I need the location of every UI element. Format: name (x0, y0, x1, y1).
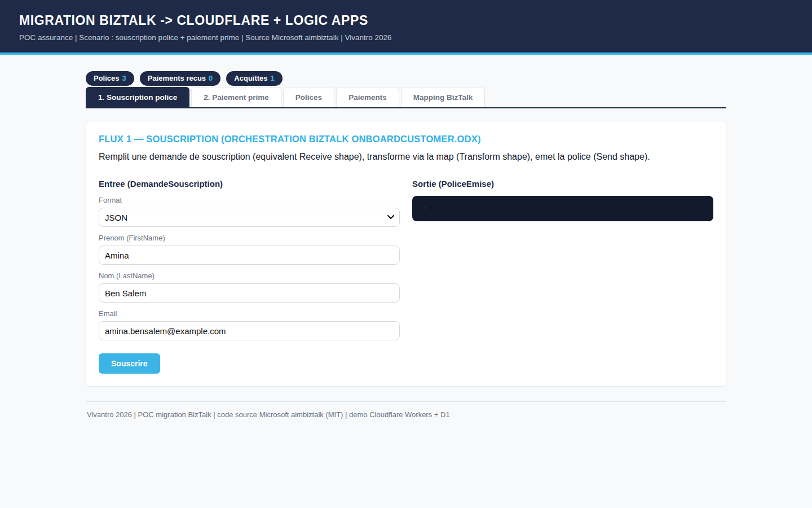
flux-card-description: Remplit une demande de souscription (equ… (99, 152, 713, 162)
lastname-label: Nom (LastName) (99, 271, 400, 280)
tab-paiement-prime[interactable]: 2. Paiement prime (191, 87, 281, 107)
badge-label: Acquittes (234, 74, 267, 82)
input-section-heading: Entree (DemandeSouscription) (99, 179, 400, 189)
flux-card: FLUX 1 — SOUSCRIPTION (ORCHESTRATION BIZ… (86, 121, 726, 387)
police-emise-output: - (412, 196, 713, 221)
email-label: Email (99, 309, 400, 318)
format-label: Format (99, 196, 400, 204)
souscrire-button[interactable]: Souscrire (99, 353, 160, 374)
badge-count: 0 (209, 74, 213, 82)
lastname-field-group: Nom (LastName) (99, 271, 400, 303)
page-subtitle: POC assurance | Scenario : souscription … (19, 33, 793, 42)
tab-bar: 1. Souscription police 2. Paiement prime… (86, 87, 726, 108)
app-header: MIGRATION BIZTALK -> CLOUDFLARE + LOGIC … (0, 0, 812, 55)
email-field-group: Email (99, 309, 400, 340)
badge-polices: Polices 3 (86, 71, 134, 86)
format-select[interactable]: JSON (99, 208, 400, 227)
firstname-field[interactable] (99, 246, 400, 265)
firstname-field-group: Prenom (FirstName) (99, 234, 400, 265)
badge-paiements-recus: Paiements recus 0 (140, 71, 221, 86)
badge-label: Polices (94, 74, 120, 82)
format-field-group: Format JSON (99, 196, 400, 227)
lastname-field[interactable] (99, 283, 400, 303)
tab-polices[interactable]: Polices (283, 87, 334, 107)
tab-mapping-biztalk[interactable]: Mapping BizTalk (401, 87, 486, 107)
flux-card-title: FLUX 1 — SOUSCRIPTION (ORCHESTRATION BIZ… (99, 134, 713, 144)
badge-label: Paiements recus (148, 74, 206, 82)
flux-form-grid: Entree (DemandeSouscription) Format JSON… (99, 179, 713, 374)
badge-acquittes: Acquittes 1 (226, 71, 282, 86)
status-badges: Polices 3 Paiements recus 0 Acquittes 1 (86, 71, 726, 86)
badge-count: 1 (271, 74, 275, 82)
output-section: Sortie (PoliceEmise) - (412, 179, 713, 374)
tab-paiements[interactable]: Paiements (336, 87, 399, 107)
output-section-heading: Sortie (PoliceEmise) (412, 179, 713, 189)
page-title: MIGRATION BIZTALK -> CLOUDFLARE + LOGIC … (19, 13, 793, 28)
input-section: Entree (DemandeSouscription) Format JSON… (99, 179, 400, 374)
badge-count: 3 (122, 74, 126, 82)
firstname-label: Prenom (FirstName) (99, 234, 400, 242)
main-container: Polices 3 Paiements recus 0 Acquittes 1 … (86, 55, 726, 430)
email-field[interactable] (99, 321, 400, 340)
format-select-wrap: JSON (99, 208, 400, 227)
tab-souscription-police[interactable]: 1. Souscription police (86, 87, 189, 107)
page-footer: Vivantro 2026 | POC migration BizTalk | … (86, 401, 726, 430)
